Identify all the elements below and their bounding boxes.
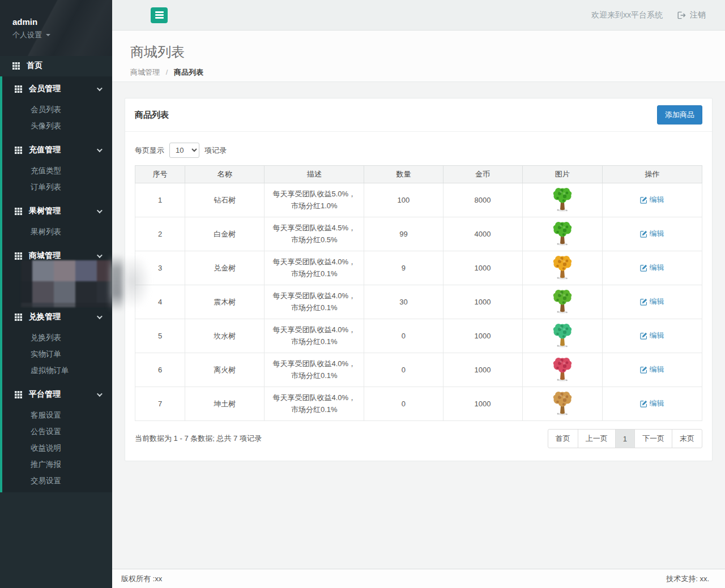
- topbar: 欢迎来到xx平台系统 注销: [112, 0, 725, 31]
- edit-icon: [640, 230, 647, 238]
- grid-icon: [12, 62, 20, 70]
- pagination: 首页上一页1下一页末页: [548, 429, 702, 448]
- grid-icon: [15, 208, 22, 215]
- cell-action: 编辑: [602, 217, 702, 251]
- sidebar-group-平台管理[interactable]: 平台管理: [2, 382, 112, 407]
- sidebar-group-children: 会员列表头像列表: [2, 101, 112, 138]
- sidebar-item-充值类型[interactable]: 充值类型: [2, 162, 112, 179]
- sidebar-item-交易设置[interactable]: 交易设置: [2, 473, 112, 489]
- hamburger-icon: [155, 11, 164, 13]
- tree-image: [551, 322, 574, 348]
- user-settings-link[interactable]: 个人设置: [12, 30, 50, 40]
- edit-link[interactable]: 编辑: [640, 331, 664, 341]
- sidebar-group-商城管理[interactable]: 商城管理: [2, 243, 112, 268]
- sidebar-item-censored[interactable]: [2, 285, 112, 301]
- edit-link[interactable]: 编辑: [640, 229, 664, 239]
- add-goods-button[interactable]: 添加商品: [657, 105, 702, 125]
- page-button-首页[interactable]: 首页: [548, 429, 578, 448]
- sidebar-item-收益说明[interactable]: 收益说明: [2, 440, 112, 456]
- chevron-down-icon: [97, 314, 103, 319]
- sidebar-group-label: 兑换管理: [29, 312, 97, 322]
- edit-link[interactable]: 编辑: [640, 364, 664, 375]
- page-button-上一页[interactable]: 上一页: [578, 429, 616, 448]
- sidebar-group-label: 充值管理: [29, 145, 97, 155]
- sidebar-toggle-button[interactable]: [151, 7, 168, 23]
- edit-icon: [640, 332, 647, 340]
- page-button-末页[interactable]: 末页: [672, 429, 702, 448]
- page-button-下一页[interactable]: 下一页: [634, 429, 672, 448]
- cell-index: 7: [135, 387, 185, 421]
- edit-link[interactable]: 编辑: [640, 297, 664, 307]
- page-size-prefix: 每页显示: [135, 145, 164, 156]
- sidebar-item-头像列表[interactable]: 头像列表: [2, 118, 112, 134]
- sidebar-item-censored[interactable]: [2, 268, 112, 285]
- logout-link[interactable]: 注销: [677, 10, 706, 20]
- user-panel: admin 个人设置: [0, 0, 112, 56]
- sidebar-group-充值管理[interactable]: 充值管理: [2, 138, 112, 162]
- cell-index: 5: [135, 319, 185, 353]
- edit-link[interactable]: 编辑: [640, 398, 664, 409]
- cell-name: 钻石树: [185, 183, 265, 217]
- breadcrumb: 商城管理 / 商品列表: [130, 67, 725, 78]
- table-row: 3 兑金树 每天享受团队收益4.0%，市场分红0.1% 9 1000: [135, 251, 702, 285]
- cell-quantity: 30: [364, 285, 443, 319]
- tree-image: [551, 220, 574, 246]
- table-summary-row: 当前数据为 1 - 7 条数据; 总共 7 项记录 首页上一页1下一页末页: [135, 429, 702, 448]
- sidebar-item-推广海报[interactable]: 推广海报: [2, 456, 112, 473]
- panel-header: 商品列表 添加商品: [125, 98, 712, 132]
- sidebar-item-会员列表[interactable]: 会员列表: [2, 101, 112, 118]
- sidebar-group: 会员管理 会员列表头像列表: [2, 76, 112, 138]
- chevron-down-icon: [97, 252, 103, 258]
- edit-label: 编辑: [649, 195, 664, 205]
- cell-coins: 1000: [443, 251, 522, 285]
- sidebar-item-兑换列表[interactable]: 兑换列表: [2, 329, 112, 346]
- cell-image: [522, 217, 602, 251]
- table-row: 2 白金树 每天享受团队收益4.5%，市场分红0.5% 99 4000: [135, 217, 702, 251]
- sidebar-item-订单列表[interactable]: 订单列表: [2, 179, 112, 195]
- table-head: 序号名称描述数量金币图片操作: [135, 166, 702, 183]
- chevron-down-icon: [97, 85, 103, 91]
- page-title: 商城列表: [130, 43, 725, 61]
- grid-icon: [15, 314, 22, 321]
- sidebar-group: 充值管理 充值类型订单列表: [2, 138, 112, 199]
- tree-image: [551, 186, 574, 212]
- sidebar-item-公告设置[interactable]: 公告设置: [2, 423, 112, 440]
- cell-image: [522, 183, 602, 217]
- sidebar-item-客服设置[interactable]: 客服设置: [2, 407, 112, 423]
- cell-index: 1: [135, 183, 185, 217]
- page-size-select[interactable]: 10: [169, 143, 199, 158]
- sidebar-group-会员管理[interactable]: 会员管理: [2, 76, 112, 101]
- cell-name: 白金树: [185, 217, 265, 251]
- cell-name: 兑金树: [185, 251, 265, 285]
- table-row: 6 离火树 每天享受团队收益4.0%，市场分红0.1% 0 1000: [135, 353, 702, 387]
- grid-icon: [15, 85, 22, 93]
- cell-index: 6: [135, 353, 185, 387]
- sidebar-menu-groups: 会员管理 会员列表头像列表 充值管理 充值类型订单列表 果树管理 果树列表 商城…: [0, 76, 112, 492]
- user-settings-label: 个人设置: [12, 30, 42, 40]
- footer: 版权所有 :xx 技术支持: xx.: [112, 569, 725, 588]
- logout-label: 注销: [690, 10, 706, 20]
- column-header-数量: 数量: [364, 166, 443, 183]
- cell-image: [522, 319, 602, 353]
- sidebar: admin 个人设置 首页 会员管理 会员列表头像列表 充值管: [0, 0, 112, 588]
- records-summary: 当前数据为 1 - 7 条数据; 总共 7 项记录: [135, 434, 262, 444]
- sidebar-item-实物订单[interactable]: 实物订单: [2, 346, 112, 362]
- chevron-down-icon: [97, 147, 103, 152]
- goods-table: 序号名称描述数量金币图片操作 1 钻石树 每天享受团队收益5.0%，市场分红1.…: [135, 165, 702, 421]
- cell-name: 坎水树: [185, 319, 265, 353]
- sidebar-group-children: 客服设置公告设置收益说明推广海报交易设置: [2, 407, 112, 492]
- sidebar-group-label: 果树管理: [29, 206, 97, 216]
- edit-link[interactable]: 编辑: [640, 195, 664, 205]
- sign-out-icon: [677, 11, 686, 19]
- sidebar-group-兑换管理[interactable]: 兑换管理: [2, 304, 112, 329]
- sidebar-item-home[interactable]: 首页: [0, 56, 112, 75]
- edit-link[interactable]: 编辑: [640, 263, 664, 273]
- cell-index: 4: [135, 285, 185, 319]
- cell-description: 每天享受团队收益4.0%，市场分红0.1%: [265, 251, 364, 285]
- cell-quantity: 0: [364, 353, 443, 387]
- sidebar-item-虚拟物订单[interactable]: 虚拟物订单: [2, 362, 112, 379]
- sidebar-item-果树列表[interactable]: 果树列表: [2, 224, 112, 240]
- sidebar-group-果树管理[interactable]: 果树管理: [2, 199, 112, 224]
- breadcrumb-parent[interactable]: 商城管理: [130, 68, 160, 76]
- page-button-1[interactable]: 1: [615, 429, 635, 448]
